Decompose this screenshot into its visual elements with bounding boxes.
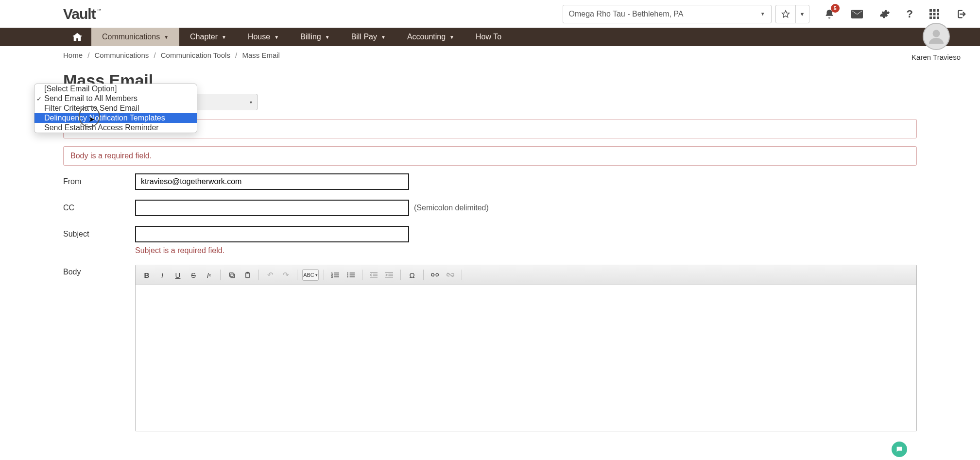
sign-out-icon[interactable]: [956, 9, 966, 19]
body-label: Body: [63, 265, 135, 276]
bold-button[interactable]: B: [140, 269, 153, 281]
favorite-star-button[interactable]: [776, 5, 795, 23]
org-selector-label: Omega Rho Tau - Bethlehem, PA: [569, 10, 684, 18]
paste-button[interactable]: [241, 269, 254, 281]
svg-text:3: 3: [331, 276, 333, 278]
opt-delinquency-templates[interactable]: Delinquency Notification Templates: [34, 113, 197, 123]
svg-rect-7: [929, 17, 932, 19]
envelope-icon[interactable]: [851, 10, 863, 18]
editor-toolbar: B I U S Ix ↶ ↷ ABC▾ 123: [136, 265, 916, 285]
nav-billing[interactable]: Billing▼: [290, 28, 341, 46]
link-button[interactable]: [429, 269, 441, 281]
svg-point-25: [347, 273, 348, 273]
svg-rect-2: [933, 9, 936, 12]
gear-icon[interactable]: [879, 9, 890, 19]
svg-rect-9: [937, 17, 939, 19]
cc-hint: (Semicolon delimited): [414, 200, 489, 212]
svg-point-27: [347, 276, 348, 277]
opt-select-email-option[interactable]: [Select Email Option]: [34, 84, 197, 94]
svg-rect-13: [229, 273, 233, 276]
avatar[interactable]: [923, 23, 950, 50]
cc-input[interactable]: [135, 200, 409, 216]
spellcheck-button[interactable]: ABC▾: [302, 269, 319, 281]
from-label: From: [63, 173, 135, 186]
opt-send-all-members[interactable]: Send Email to All Members: [34, 94, 197, 103]
email-option-dropdown[interactable]: [Select Email Option] Send Email to All …: [34, 84, 197, 133]
svg-rect-3: [937, 9, 939, 12]
svg-marker-0: [782, 10, 789, 17]
nav-chapter[interactable]: Chapter▼: [179, 28, 237, 46]
remove-format-button[interactable]: Ix: [203, 269, 215, 281]
crumb-mass-email: Mass Email: [242, 51, 280, 59]
breadcrumb: Home / Communications / Communication To…: [0, 46, 980, 59]
unlink-button[interactable]: [444, 269, 457, 281]
underline-button[interactable]: U: [172, 269, 184, 281]
opt-filter-criteria[interactable]: Filter Criteria to Send Email: [34, 103, 197, 113]
italic-button[interactable]: I: [156, 269, 169, 281]
cc-label: CC: [63, 200, 135, 212]
from-input[interactable]: [135, 173, 409, 190]
svg-point-11: [932, 30, 940, 37]
chat-bubble-icon[interactable]: [892, 442, 907, 457]
caret-down-icon: ▾: [250, 100, 252, 105]
nav-how-to[interactable]: How To: [465, 28, 512, 46]
editor-body[interactable]: [136, 285, 916, 431]
copy-button[interactable]: [225, 269, 238, 281]
help-icon[interactable]: ?: [907, 8, 913, 20]
svg-rect-8: [933, 17, 936, 19]
svg-rect-12: [231, 274, 235, 278]
favorite-caret-button[interactable]: ▼: [795, 5, 809, 23]
crumb-communications[interactable]: Communications: [95, 51, 149, 59]
nav-bill-pay[interactable]: Bill Pay▼: [341, 28, 396, 46]
outdent-button[interactable]: [367, 269, 380, 281]
svg-point-26: [347, 274, 348, 275]
alert-body-required: Body is a required field.: [63, 146, 917, 166]
bell-badge: 5: [831, 4, 840, 13]
undo-button[interactable]: ↶: [264, 269, 276, 281]
org-selector[interactable]: Omega Rho Tau - Bethlehem, PA ▼: [563, 5, 772, 23]
caret-down-icon: ▼: [760, 11, 765, 17]
strike-button[interactable]: S: [187, 269, 200, 281]
crumb-home[interactable]: Home: [63, 51, 83, 59]
subject-input[interactable]: [135, 226, 409, 242]
brand-logo[interactable]: Vault™: [63, 6, 101, 22]
subject-label: Subject: [63, 226, 135, 239]
svg-rect-6: [937, 13, 939, 15]
nav-house[interactable]: House▼: [237, 28, 290, 46]
nav-communications[interactable]: Communications▼: [91, 28, 179, 46]
bell-icon[interactable]: 5: [824, 9, 835, 19]
svg-rect-5: [933, 13, 936, 15]
numbered-list-button[interactable]: 123: [329, 269, 342, 281]
redo-button[interactable]: ↷: [279, 269, 292, 281]
svg-rect-1: [929, 9, 932, 12]
rich-text-editor: B I U S Ix ↶ ↷ ABC▾ 123: [135, 265, 917, 431]
bullet-list-button[interactable]: [344, 269, 357, 281]
opt-send-access-reminder[interactable]: Send Establish Access Reminder: [34, 123, 197, 133]
svg-rect-10: [73, 35, 82, 36]
nav-accounting[interactable]: Accounting▼: [396, 28, 465, 46]
apps-grid-icon[interactable]: [929, 9, 939, 19]
svg-rect-4: [929, 13, 932, 15]
indent-button[interactable]: [383, 269, 395, 281]
nav-home-icon[interactable]: [63, 28, 91, 46]
special-char-button[interactable]: Ω: [406, 269, 418, 281]
subject-error: Subject is a required field.: [135, 246, 409, 255]
crumb-communication-tools[interactable]: Communication Tools: [161, 51, 230, 59]
